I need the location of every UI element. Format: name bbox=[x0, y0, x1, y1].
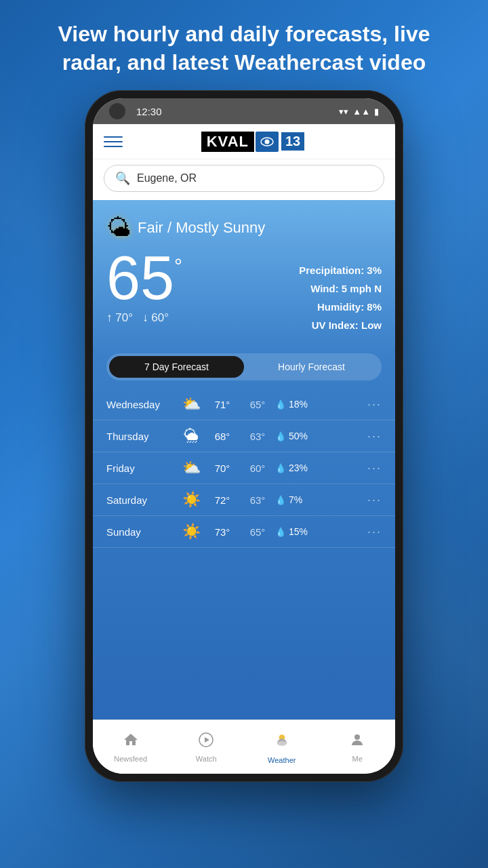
eye-icon bbox=[256, 132, 279, 152]
uv-detail: UV Index: Low bbox=[299, 316, 382, 334]
search-bar[interactable]: 🔍 bbox=[104, 165, 384, 192]
forecast-row[interactable]: Thursday 🌦 68° 63° 💧50% ··· bbox=[93, 420, 395, 452]
person-icon bbox=[349, 732, 365, 748]
tab-hourly[interactable]: Hourly Forecast bbox=[244, 356, 379, 378]
tab-7day[interactable]: 7 Day Forecast bbox=[109, 356, 244, 378]
search-icon: 🔍 bbox=[115, 171, 130, 186]
forecast-low: 63° bbox=[240, 431, 275, 442]
nav-label-newsfeed: Newsfeed bbox=[114, 755, 147, 763]
condition-row: 🌤 Fair / Mostly Sunny bbox=[106, 214, 382, 242]
app-header: KVAL 13 bbox=[93, 124, 395, 159]
weather-details: Precipitation: 3% Wind: 5 mph N Humidity… bbox=[299, 248, 382, 334]
bottom-nav: Newsfeed Watch Weather Me bbox=[93, 719, 395, 774]
wind-detail: Wind: 5 mph N bbox=[299, 279, 382, 298]
forecast-low: 65° bbox=[240, 526, 275, 538]
menu-button[interactable] bbox=[104, 136, 123, 147]
svg-point-5 bbox=[277, 741, 287, 745]
nav-item-watch[interactable]: Watch bbox=[169, 720, 245, 774]
forecast-day: Sunday bbox=[106, 526, 178, 538]
phone-screen: 12:30 ▾▾ ▲▲ ▮ KVAL bbox=[93, 98, 395, 774]
nav-item-weather[interactable]: Weather bbox=[244, 720, 320, 774]
forecast-day: Friday bbox=[106, 462, 178, 474]
forecast-weather-icon: ⛅ bbox=[178, 395, 205, 413]
forecast-high: 70° bbox=[205, 462, 240, 474]
kval-text: KVAL bbox=[201, 132, 254, 152]
forecast-precip: 💧15% bbox=[275, 526, 367, 537]
logo-container: KVAL 13 bbox=[123, 131, 384, 152]
kval-logo: KVAL 13 bbox=[201, 131, 306, 152]
search-input[interactable] bbox=[137, 172, 373, 184]
forecast-high: 71° bbox=[205, 399, 240, 410]
forecast-precip: 💧23% bbox=[275, 462, 367, 473]
forecast-tabs: 7 Day Forecast Hourly Forecast bbox=[106, 353, 382, 380]
high-temp: 70° bbox=[115, 311, 133, 324]
weather-condition-icon: 🌤 bbox=[106, 214, 131, 242]
forecast-more-icon[interactable]: ··· bbox=[367, 397, 382, 412]
forecast-weather-icon: ☀️ bbox=[178, 491, 205, 509]
svg-point-1 bbox=[265, 139, 270, 144]
forecast-low: 65° bbox=[240, 399, 275, 410]
temperature-display: 65 ° bbox=[106, 248, 182, 309]
forecast-list: Wednesday ⛅ 71° 65° 💧18% ··· Thursday 🌦 … bbox=[93, 389, 395, 548]
forecast-row[interactable]: Saturday ☀️ 72° 63° 💧7% ··· bbox=[93, 484, 395, 516]
forecast-high: 73° bbox=[205, 526, 240, 538]
signal-icon: ▲▲ bbox=[352, 106, 370, 117]
condition-text: Fair / Mostly Sunny bbox=[138, 219, 265, 237]
temp-details-row: 65 ° ↑ 70° ↓ 60° Precipit bbox=[106, 248, 382, 334]
nav-label-watch: Watch bbox=[196, 755, 217, 763]
rain-drop-icon: 💧 bbox=[275, 463, 286, 473]
svg-marker-3 bbox=[205, 737, 209, 743]
rain-drop-icon: 💧 bbox=[275, 527, 286, 537]
forecast-more-icon[interactable]: ··· bbox=[367, 493, 382, 507]
wifi-icon: ▾▾ bbox=[339, 106, 348, 117]
nav-item-me[interactable]: Me bbox=[320, 720, 396, 774]
battery-icon: ▮ bbox=[374, 106, 379, 117]
forecast-low: 60° bbox=[240, 462, 275, 474]
forecast-weather-icon: 🌦 bbox=[178, 427, 205, 445]
forecast-more-icon[interactable]: ··· bbox=[367, 525, 382, 539]
forecast-precip: 💧50% bbox=[275, 431, 367, 441]
humidity-detail: Humidity: 8% bbox=[299, 298, 382, 316]
phone-frame: 12:30 ▾▾ ▲▲ ▮ KVAL bbox=[85, 90, 403, 782]
forecast-weather-icon: ☀️ bbox=[178, 523, 205, 540]
forecast-row[interactable]: Sunday ☀️ 73° 65° 💧15% ··· bbox=[93, 516, 395, 548]
forecast-day: Saturday bbox=[106, 494, 178, 506]
high-low: ↑ 70° ↓ 60° bbox=[106, 311, 182, 325]
status-bar: 12:30 ▾▾ ▲▲ ▮ bbox=[93, 98, 395, 124]
precipitation-detail: Precipitation: 3% bbox=[299, 261, 382, 279]
nav-item-newsfeed[interactable]: Newsfeed bbox=[93, 720, 169, 774]
temp-left: 65 ° ↑ 70° ↓ 60° bbox=[106, 248, 182, 325]
rain-drop-icon: 💧 bbox=[275, 431, 286, 441]
forecast-row[interactable]: Wednesday ⛅ 71° 65° 💧18% ··· bbox=[93, 389, 395, 420]
forecast-day: Thursday bbox=[106, 431, 178, 442]
search-container: 🔍 bbox=[93, 159, 395, 200]
forecast-precip: 💧18% bbox=[275, 399, 367, 410]
forecast-day: Wednesday bbox=[106, 399, 178, 410]
camera-notch bbox=[109, 103, 125, 119]
svg-point-6 bbox=[354, 734, 360, 740]
forecast-low: 63° bbox=[240, 494, 275, 506]
forecast-weather-icon: ⛅ bbox=[178, 459, 205, 477]
nav-label-weather: Weather bbox=[268, 756, 296, 764]
low-temp: 60° bbox=[151, 311, 169, 324]
rain-drop-icon: 💧 bbox=[275, 495, 286, 505]
forecast-more-icon[interactable]: ··· bbox=[367, 461, 382, 475]
home-icon bbox=[123, 732, 139, 748]
degree-symbol: ° bbox=[174, 256, 182, 276]
weather-top: 🌤 Fair / Mostly Sunny 65 ° ↑ 70° ↓ bbox=[93, 200, 395, 345]
forecast-high: 72° bbox=[205, 494, 240, 506]
status-time: 12:30 bbox=[136, 106, 162, 117]
promo-headline: View hourly and daily forecasts, live ra… bbox=[0, 0, 488, 90]
forecast-row[interactable]: Friday ⛅ 70° 60° 💧23% ··· bbox=[93, 452, 395, 484]
arrow-down-icon: ↓ bbox=[142, 311, 148, 324]
rain-drop-icon: 💧 bbox=[275, 399, 286, 410]
play-icon bbox=[198, 732, 214, 748]
channel-number: 13 bbox=[280, 131, 306, 152]
nav-label-me: Me bbox=[352, 755, 363, 763]
forecast-high: 68° bbox=[205, 431, 240, 442]
forecast-more-icon[interactable]: ··· bbox=[367, 429, 382, 443]
arrow-up-icon: ↑ bbox=[106, 311, 113, 324]
forecast-precip: 💧7% bbox=[275, 494, 367, 505]
weather-area: 🌤 Fair / Mostly Sunny 65 ° ↑ 70° ↓ bbox=[93, 200, 395, 719]
weather-icon bbox=[272, 730, 291, 749]
